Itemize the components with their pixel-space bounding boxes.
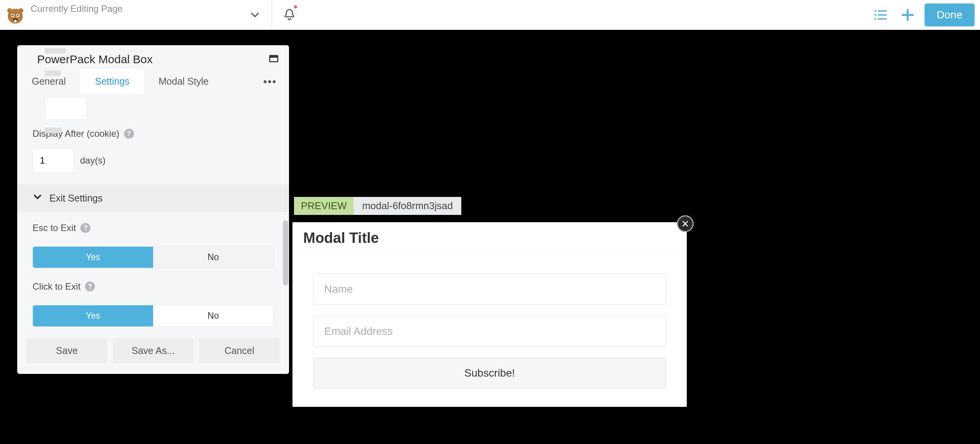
esc-to-exit-label: Esc to Exit <box>33 223 76 233</box>
svg-rect-6 <box>14 20 17 23</box>
tab-modal-style[interactable]: Modal Style <box>144 69 223 94</box>
modal-close-button[interactable] <box>677 215 694 232</box>
save-button[interactable]: Save <box>26 338 107 363</box>
add-button[interactable] <box>898 5 918 25</box>
topbar-left: Currently Editing Page <box>0 0 272 29</box>
preview-badge: PREVIEW modal-6fo8rmn3jsad <box>294 197 461 215</box>
top-bar: Currently Editing Page Done <box>0 0 980 30</box>
help-icon[interactable]: ? <box>124 129 134 139</box>
click-to-exit-toggle: Yes No <box>33 305 274 327</box>
expand-panel-button[interactable] <box>268 53 279 66</box>
settings-panel: PowerPack Modal Box General Settings Mod… <box>17 45 289 374</box>
window-icon <box>268 53 279 64</box>
display-after-input[interactable] <box>33 148 75 173</box>
preview-id: modal-6fo8rmn3jsad <box>354 197 461 215</box>
modal-email-input[interactable] <box>313 316 666 347</box>
display-after-label-row: Display After (cookie) ? <box>33 128 274 139</box>
svg-point-9 <box>875 10 877 12</box>
placeholder-block <box>45 97 87 120</box>
svg-point-7 <box>7 8 12 13</box>
click-to-exit-yes[interactable]: Yes <box>33 305 153 326</box>
panel-body: Display After (cookie) ? day(s) Exit Set… <box>17 94 289 374</box>
page-title: Currently Editing Page <box>31 3 234 14</box>
exit-settings-title: Exit Settings <box>49 193 103 204</box>
notifications-button[interactable] <box>272 0 306 29</box>
cancel-button[interactable]: Cancel <box>199 338 280 363</box>
click-to-exit-label: Click to Exit <box>33 281 80 292</box>
topbar-right: Done <box>871 0 980 29</box>
svg-point-8 <box>18 8 23 13</box>
exit-settings-section-header[interactable]: Exit Settings <box>17 184 289 212</box>
click-to-exit-field: Click to Exit ? <box>17 268 289 297</box>
help-icon[interactable]: ? <box>85 282 95 292</box>
display-after-input-row: day(s) <box>33 148 274 173</box>
chevron-down-icon <box>32 191 43 205</box>
panel-actions: Save Save As... Cancel <box>17 327 289 374</box>
chevron-down-icon <box>248 8 261 21</box>
notification-dot-icon <box>294 5 297 8</box>
done-button[interactable]: Done <box>924 3 975 26</box>
svg-point-3 <box>12 15 14 16</box>
tab-settings[interactable]: Settings <box>80 69 144 94</box>
bell-icon <box>282 8 297 22</box>
display-after-unit: day(s) <box>80 155 106 166</box>
modal-preview: Modal Title Subscribe! <box>292 222 687 407</box>
esc-to-exit-no[interactable]: No <box>153 247 273 268</box>
tab-more-button[interactable]: ••• <box>251 75 289 88</box>
click-to-exit-label-row: Click to Exit ? <box>33 281 274 292</box>
svg-point-11 <box>875 14 877 16</box>
svg-point-13 <box>875 18 877 20</box>
panel-title: PowerPack Modal Box <box>37 53 153 66</box>
help-icon[interactable]: ? <box>80 223 90 233</box>
save-as-button[interactable]: Save As... <box>113 338 193 363</box>
esc-to-exit-field: Esc to Exit ? <box>17 212 289 238</box>
plus-icon <box>900 7 915 23</box>
click-to-exit-no[interactable]: No <box>153 305 273 326</box>
beaver-logo-icon <box>5 4 26 26</box>
placeholder-bar <box>45 128 62 133</box>
placeholder-bar <box>45 70 61 76</box>
svg-point-4 <box>17 15 19 16</box>
preview-label: PREVIEW <box>294 197 354 215</box>
outline-list-icon <box>873 7 889 23</box>
close-icon <box>681 220 689 228</box>
esc-to-exit-yes[interactable]: Yes <box>33 247 153 268</box>
esc-to-exit-toggle: Yes No <box>33 246 274 268</box>
title-chevron-button[interactable] <box>238 8 271 21</box>
esc-to-exit-label-row: Esc to Exit ? <box>33 223 274 233</box>
panel-header: PowerPack Modal Box <box>17 45 289 69</box>
panel-scrollbar[interactable] <box>283 220 288 285</box>
modal-name-input[interactable] <box>313 274 666 305</box>
modal-title: Modal Title <box>292 222 687 254</box>
svg-rect-16 <box>270 56 278 58</box>
modal-form: Subscribe! <box>292 254 687 407</box>
outline-button[interactable] <box>871 5 891 25</box>
subscribe-button[interactable]: Subscribe! <box>313 358 666 388</box>
